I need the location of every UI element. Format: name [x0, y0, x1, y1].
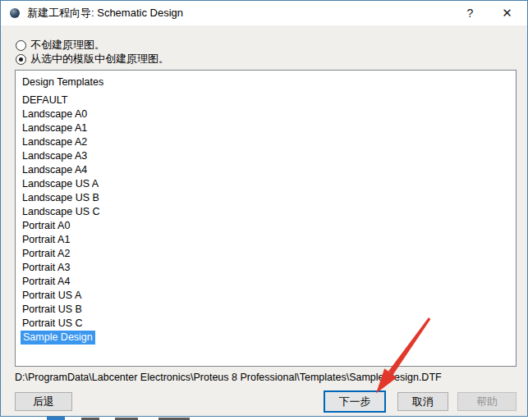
list-item[interactable]: Portrait A3 [22, 261, 509, 275]
list-item[interactable]: Landscape A3 [22, 149, 509, 163]
list-item[interactable]: Sample Design [21, 331, 95, 345]
radio-no-schematic-label: 不创建原理图。 [30, 38, 105, 52]
cancel-button[interactable]: 取消 [397, 392, 448, 411]
proteus-app-icon [10, 8, 20, 18]
help-titlebar-button[interactable]: ? [452, 1, 489, 25]
next-button[interactable]: 下一步 [324, 390, 386, 413]
list-item[interactable]: Landscape A4 [22, 163, 509, 177]
template-listbox[interactable]: Design Templates DEFAULTLandscape A0Land… [15, 70, 517, 367]
radio-from-template-label: 从选中的模版中创建原理图。 [30, 52, 169, 66]
list-item[interactable]: Portrait A0 [22, 219, 509, 233]
template-list-items: DEFAULTLandscape A0Landscape A1Landscape… [22, 94, 509, 345]
radio-unselected-icon[interactable] [16, 40, 26, 51]
list-item[interactable]: Portrait A1 [22, 233, 509, 247]
list-item[interactable]: Landscape A0 [22, 107, 509, 121]
list-item[interactable]: Landscape A1 [22, 121, 509, 135]
list-item[interactable]: DEFAULT [22, 94, 509, 107]
list-item[interactable]: Portrait US C [22, 317, 509, 331]
list-item[interactable]: Landscape A2 [22, 135, 509, 149]
close-icon[interactable]: ✕ [489, 1, 526, 25]
help-button: 帮助 [457, 392, 517, 411]
list-item[interactable]: Landscape US B [22, 191, 509, 205]
template-list-header: Design Templates [22, 75, 509, 89]
list-item[interactable]: Portrait A4 [22, 275, 509, 289]
background-window-sliver [0, 417, 528, 420]
dialog-title: 新建工程向导: Schematic Design [27, 6, 183, 21]
list-item[interactable]: Landscape US A [22, 177, 509, 191]
radio-selected-icon[interactable] [16, 54, 26, 65]
back-button[interactable]: 后退 [15, 392, 72, 411]
radio-from-template[interactable]: 从选中的模版中创建原理图。 [16, 52, 169, 66]
title-bar: 新建工程向导: Schematic Design ? ✕ [1, 1, 527, 25]
background-fragment [47, 417, 65, 420]
list-item[interactable]: Portrait US B [22, 303, 509, 317]
list-item[interactable]: Landscape US C [22, 205, 509, 219]
new-project-wizard-dialog: 新建工程向导: Schematic Design ? ✕ 不创建原理图。 从选中… [0, 0, 528, 417]
radio-no-schematic[interactable]: 不创建原理图。 [16, 39, 105, 52]
template-path: D:\ProgramData\Labcenter Electronics\Pro… [15, 372, 442, 383]
list-item[interactable]: Portrait A2 [22, 247, 509, 261]
list-item[interactable]: Portrait US A [22, 289, 509, 303]
